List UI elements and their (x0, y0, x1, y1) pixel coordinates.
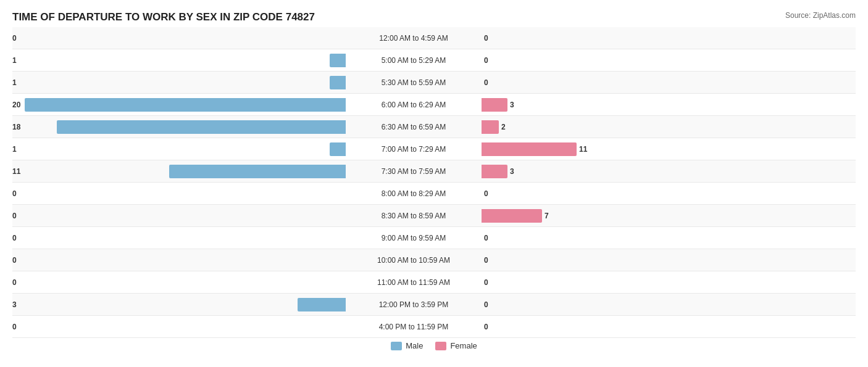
bar-row: 15:00 AM to 5:29 AM0 (12, 49, 856, 72)
bar-row: 010:00 AM to 10:59 AM0 (12, 249, 856, 271)
legend-male-label: Male (406, 341, 423, 350)
bar-row: 04:00 PM to 11:59 PM0 (12, 316, 856, 338)
chart-area: 012:00 AM to 4:59 AM015:00 AM to 5:29 AM… (12, 27, 856, 321)
female-value: 3 (507, 101, 667, 109)
time-label: 7:30 AM to 7:59 AM (346, 167, 482, 176)
female-value: 0 (482, 323, 667, 331)
bar-row: 186:30 AM to 6:59 AM2 (12, 116, 856, 138)
male-value: 1 (12, 145, 330, 154)
legend-female-box (435, 342, 446, 350)
male-value: 1 (12, 56, 330, 65)
male-value: 0 (12, 189, 346, 198)
time-label: 5:00 AM to 5:29 AM (346, 56, 482, 65)
time-label: 5:30 AM to 5:59 AM (346, 78, 482, 87)
time-label: 10:00 AM to 10:59 AM (346, 256, 482, 265)
male-value: 0 (12, 34, 346, 43)
female-value: 2 (499, 123, 667, 131)
female-bar (482, 209, 542, 223)
legend-female-label: Female (450, 341, 477, 350)
male-value: 1 (12, 78, 330, 87)
female-value: 0 (482, 189, 667, 198)
time-label: 6:00 AM to 6:29 AM (346, 101, 482, 109)
female-bar (482, 120, 499, 134)
male-bar (330, 54, 346, 67)
legend: Male Female (12, 341, 856, 350)
bar-row: 206:00 AM to 6:29 AM3 (12, 94, 856, 116)
female-bar (482, 165, 507, 178)
female-value: 0 (482, 256, 667, 265)
male-value: 18 (12, 123, 57, 131)
bar-row: 17:00 AM to 7:29 AM11 (12, 138, 856, 160)
bar-row: 09:00 AM to 9:59 AM0 (12, 227, 856, 249)
male-value: 20 (12, 101, 25, 109)
legend-male: Male (391, 341, 423, 350)
bar-row: 312:00 PM to 3:59 PM0 (12, 294, 856, 316)
female-value: 7 (542, 212, 667, 220)
male-value: 0 (12, 256, 346, 265)
male-bar (57, 120, 346, 134)
male-value: 3 (12, 300, 298, 309)
time-label: 7:00 AM to 7:29 AM (346, 145, 482, 154)
time-label: 6:30 AM to 6:59 AM (346, 123, 482, 131)
female-value: 3 (507, 167, 667, 176)
bar-row: 08:30 AM to 8:59 AM7 (12, 205, 856, 227)
male-bar (298, 298, 346, 311)
male-value: 0 (12, 278, 346, 287)
time-label: 12:00 PM to 3:59 PM (346, 300, 482, 309)
bar-row: 15:30 AM to 5:59 AM0 (12, 72, 856, 94)
male-value: 0 (12, 323, 346, 331)
source-text: Source: ZipAtlas.com (785, 11, 856, 20)
female-value: 0 (482, 300, 667, 309)
time-label: 11:00 AM to 11:59 AM (346, 278, 482, 287)
female-value: 0 (482, 278, 667, 287)
female-bar (482, 98, 507, 112)
female-value: 0 (482, 234, 667, 242)
legend-male-box (391, 342, 402, 350)
time-label: 12:00 AM to 4:59 AM (346, 34, 482, 43)
male-value: 11 (12, 167, 169, 176)
male-bar (169, 165, 346, 178)
legend-female: Female (435, 341, 477, 350)
chart-container: TIME OF DEPARTURE TO WORK BY SEX IN ZIP … (0, 0, 868, 367)
time-label: 8:30 AM to 8:59 AM (346, 212, 482, 220)
male-value: 0 (12, 212, 346, 220)
male-value: 0 (12, 234, 346, 242)
time-label: 4:00 PM to 11:59 PM (346, 323, 482, 331)
female-value: 11 (577, 145, 667, 154)
chart-title: TIME OF DEPARTURE TO WORK BY SEX IN ZIP … (12, 11, 856, 23)
bar-row: 117:30 AM to 7:59 AM3 (12, 160, 856, 183)
time-label: 9:00 AM to 9:59 AM (346, 234, 482, 242)
female-bar (482, 142, 577, 156)
time-label: 8:00 AM to 8:29 AM (346, 189, 482, 198)
male-bar (330, 76, 346, 89)
female-value: 0 (482, 34, 667, 43)
female-value: 0 (482, 56, 667, 65)
male-bar (330, 142, 346, 156)
bar-row: 08:00 AM to 8:29 AM0 (12, 183, 856, 205)
bar-row: 011:00 AM to 11:59 AM0 (12, 271, 856, 294)
female-value: 0 (482, 78, 667, 87)
male-bar (25, 98, 346, 112)
bar-row: 012:00 AM to 4:59 AM0 (12, 27, 856, 49)
